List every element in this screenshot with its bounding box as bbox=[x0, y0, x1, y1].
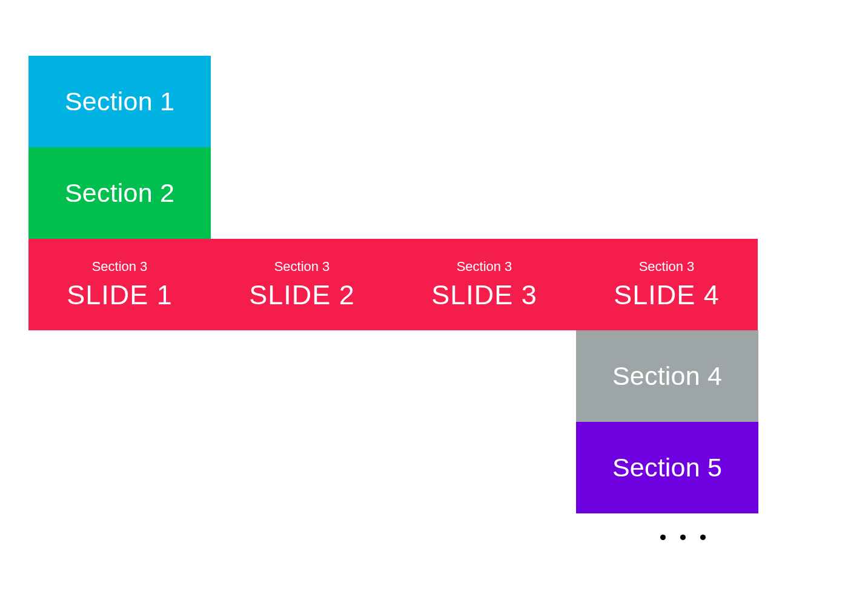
slide-1-title: SLIDE 1 bbox=[67, 279, 173, 311]
section-1-title: Section 1 bbox=[65, 87, 174, 116]
sections-container: Section 1 Section 2 Section 3 SLIDE 1 Se… bbox=[28, 56, 758, 513]
slide-4-title: SLIDE 4 bbox=[614, 279, 720, 311]
section-3-label: Section 3 bbox=[92, 259, 148, 275]
section-5-title: Section 5 bbox=[612, 453, 722, 482]
section-4-title: Section 4 bbox=[612, 361, 722, 391]
section-2-title: Section 2 bbox=[65, 178, 174, 208]
pagination-dots[interactable] bbox=[660, 535, 706, 540]
slide-2-title: SLIDE 2 bbox=[249, 279, 355, 311]
section-5[interactable]: Section 5 bbox=[576, 422, 758, 513]
right-sections: Section 4 Section 5 bbox=[576, 330, 758, 513]
section-3-slide-4[interactable]: Section 3 SLIDE 4 bbox=[575, 239, 758, 330]
section-3-slide-3[interactable]: Section 3 SLIDE 3 bbox=[393, 239, 575, 330]
section-3-label: Section 3 bbox=[639, 259, 695, 275]
section-3-label: Section 3 bbox=[274, 259, 330, 275]
section-3-label: Section 3 bbox=[457, 259, 512, 275]
section-4[interactable]: Section 4 bbox=[576, 330, 758, 422]
pagination-dot-3[interactable] bbox=[700, 535, 706, 540]
section-3-slide-1[interactable]: Section 3 SLIDE 1 bbox=[28, 239, 211, 330]
section-3-slide-2[interactable]: Section 3 SLIDE 2 bbox=[211, 239, 393, 330]
section-1[interactable]: Section 1 bbox=[28, 56, 211, 147]
pagination-dot-2[interactable] bbox=[680, 535, 686, 540]
section-2[interactable]: Section 2 bbox=[28, 147, 211, 239]
pagination-dot-1[interactable] bbox=[660, 535, 666, 540]
slide-3-title: SLIDE 3 bbox=[431, 279, 537, 311]
section-3-slide-row[interactable]: Section 3 SLIDE 1 Section 3 SLIDE 2 Sect… bbox=[28, 239, 758, 330]
